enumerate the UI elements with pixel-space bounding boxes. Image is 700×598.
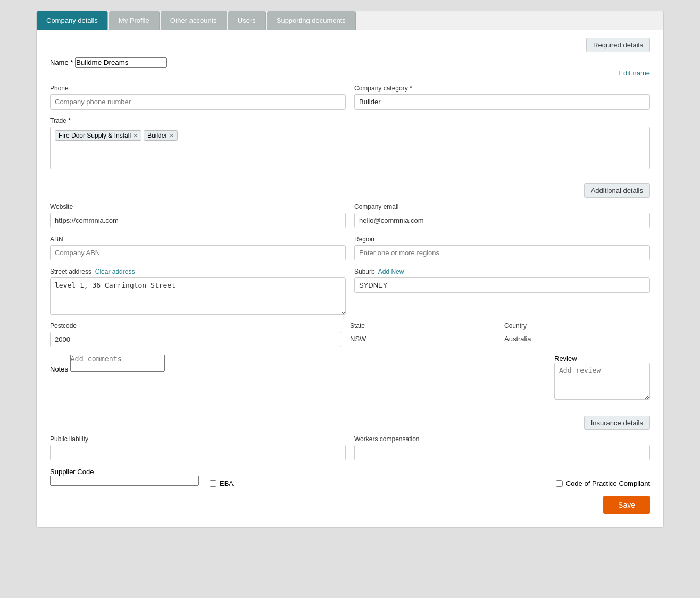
postcode-state-country-row: Postcode State NSW Country Australia — [50, 322, 650, 347]
notes-input[interactable] — [70, 355, 165, 372]
street-address-input[interactable] — [50, 277, 346, 315]
page-container: Company details My Profile Other account… — [36, 11, 664, 528]
website-input[interactable] — [50, 213, 346, 228]
website-group: Website — [50, 203, 346, 228]
trade-group: Trade * Fire Door Supply & Install ✕ Bui… — [50, 117, 650, 169]
abn-group: ABN — [50, 235, 346, 260]
supplier-code-input[interactable] — [50, 476, 199, 486]
main-content: Required details Name * Edit name Phone … — [37, 30, 663, 527]
tab-my-profile[interactable]: My Profile — [109, 11, 160, 30]
trade-tag-firedoor-label: Fire Door Supply & Install — [59, 132, 131, 139]
state-group: State NSW — [350, 322, 496, 347]
phone-label: Phone — [50, 85, 346, 92]
trade-tag-builder-label: Builder — [147, 132, 167, 139]
region-group: Region — [354, 235, 650, 260]
divider-2 — [50, 410, 650, 410]
company-category-input[interactable] — [354, 94, 650, 110]
tab-company-details[interactable]: Company details — [37, 11, 108, 30]
eba-group: EBA — [210, 468, 234, 487]
tab-supporting-documents[interactable]: Supporting documents — [267, 11, 356, 30]
postcode-group: Postcode — [50, 322, 341, 347]
company-email-group: Company email — [354, 203, 650, 228]
phone-category-row: Phone Company category * — [50, 85, 650, 110]
address-suburb-row: Street address Clear address Suburb Add … — [50, 268, 650, 315]
trade-label: Trade * — [50, 117, 650, 124]
name-input[interactable] — [75, 57, 167, 68]
street-address-label: Street address Clear address — [50, 268, 346, 275]
tabs-bar: Company details My Profile Other account… — [37, 11, 663, 30]
supplier-code-group: Supplier Code — [50, 468, 199, 486]
phone-input[interactable] — [50, 94, 346, 110]
suburb-input[interactable] — [354, 277, 650, 293]
trade-tag-builder-remove[interactable]: ✕ — [169, 132, 174, 139]
trade-tag-builder[interactable]: Builder ✕ — [144, 130, 178, 141]
workers-compensation-label: Workers compensation — [354, 435, 650, 443]
country-value: Australia — [504, 332, 650, 346]
state-label: State — [350, 322, 496, 330]
country-group: Country Australia — [504, 322, 650, 347]
suburb-group: Suburb Add New — [354, 268, 650, 315]
workers-compensation-group: Workers compensation — [354, 435, 650, 460]
abn-input[interactable] — [50, 245, 346, 260]
code-of-practice-group: Code of Practice Compliant — [556, 468, 650, 487]
name-group: Name * — [50, 57, 610, 68]
website-email-row: Website Company email — [50, 203, 650, 228]
review-label: Review — [554, 355, 577, 363]
insurance-row: Public liability Workers compensation — [50, 435, 650, 460]
phone-group: Phone — [50, 85, 346, 110]
insurance-details-header: Insurance details — [50, 419, 650, 427]
edit-name-link[interactable]: Edit name — [619, 69, 650, 77]
divider-1 — [50, 178, 650, 178]
public-liability-input[interactable] — [50, 445, 346, 460]
suburb-label: Suburb Add New — [354, 268, 650, 275]
review-input[interactable] — [554, 363, 650, 400]
company-category-group: Company category * — [354, 85, 650, 110]
public-liability-label: Public liability — [50, 435, 346, 443]
postcode-input[interactable] — [50, 332, 341, 347]
code-of-practice-label: Code of Practice Compliant — [566, 479, 650, 487]
trade-tag-firedoor-remove[interactable]: ✕ — [133, 132, 138, 139]
region-input[interactable] — [354, 245, 650, 260]
eba-checkbox[interactable] — [210, 480, 216, 487]
additional-details-header: Additional details — [50, 187, 650, 195]
tab-users[interactable]: Users — [228, 11, 266, 30]
abn-label: ABN — [50, 235, 346, 243]
notes-label: Notes — [50, 365, 68, 373]
notes-group: Notes — [50, 355, 546, 373]
save-button[interactable]: Save — [603, 496, 650, 514]
tab-other-accounts[interactable]: Other accounts — [161, 11, 227, 30]
trade-container[interactable]: Fire Door Supply & Install ✕ Builder ✕ — [50, 127, 650, 169]
required-details-header: Required details — [50, 41, 650, 49]
code-of-practice-checkbox[interactable] — [556, 480, 563, 487]
name-row: Name * Edit name — [50, 57, 650, 77]
save-row: Save — [50, 496, 650, 514]
suburb-add-new-link[interactable]: Add New — [378, 268, 404, 275]
review-group: Review — [554, 355, 650, 401]
postcode-label: Postcode — [50, 322, 341, 330]
state-value: NSW — [350, 332, 496, 346]
region-label: Region — [354, 235, 650, 243]
company-category-label: Company category * — [354, 85, 650, 92]
abn-region-row: ABN Region — [50, 235, 650, 260]
workers-compensation-input[interactable] — [354, 445, 650, 460]
clear-address-link[interactable]: Clear address — [95, 268, 135, 275]
trade-tag-firedoor[interactable]: Fire Door Supply & Install ✕ — [55, 130, 141, 141]
company-email-input[interactable] — [354, 213, 650, 228]
supplier-eba-code-row: Supplier Code EBA Code of Practice Compl… — [50, 468, 650, 487]
street-address-group: Street address Clear address — [50, 268, 346, 315]
name-label: Name * — [50, 58, 73, 66]
eba-label: EBA — [220, 479, 234, 487]
website-label: Website — [50, 203, 346, 210]
public-liability-group: Public liability — [50, 435, 346, 460]
supplier-code-label: Supplier Code — [50, 468, 199, 476]
country-label: Country — [504, 322, 650, 330]
company-email-label: Company email — [354, 203, 650, 210]
notes-review-row: Notes Review — [50, 355, 650, 401]
